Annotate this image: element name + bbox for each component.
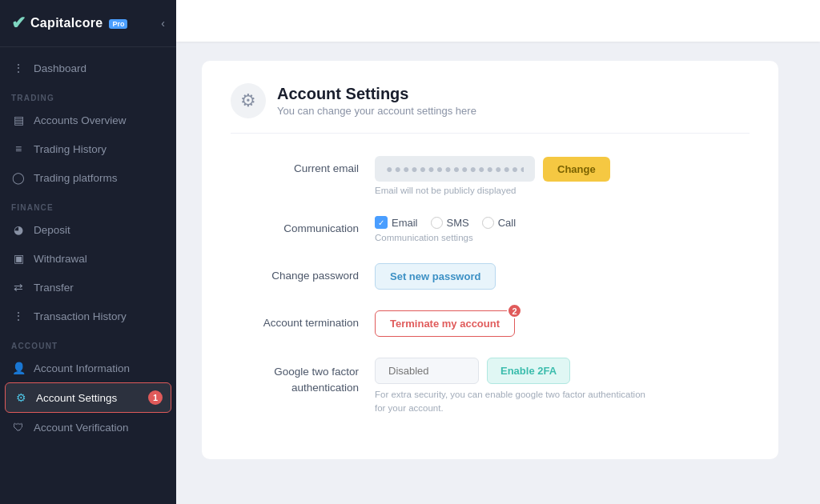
email-checkbox[interactable]: ✓	[375, 216, 388, 229]
sidebar-item-label: Account Information	[34, 362, 130, 374]
email-row: Current email Change Email will not be p…	[231, 156, 750, 195]
sidebar-item-dashboard[interactable]: ⋮ Dashboard	[0, 54, 176, 82]
sidebar-item-trading-history[interactable]: ≡ Trading History	[0, 134, 176, 163]
collapse-sidebar-button[interactable]: ‹	[161, 17, 165, 30]
logo-pro-badge: Pro	[109, 19, 127, 29]
settings-gear-icon: ⚙	[231, 83, 266, 118]
terminate-account-button[interactable]: Terminate my account	[375, 310, 515, 337]
comm-option-sms[interactable]: SMS	[431, 217, 469, 229]
communication-label: Communication	[231, 216, 359, 234]
twofa-input-row: Enable 2FA	[375, 358, 750, 384]
transfer-icon: ⇄	[11, 281, 26, 294]
set-new-password-button[interactable]: Set new password	[375, 263, 496, 290]
sidebar-item-withdrawal[interactable]: ▣ Withdrawal	[0, 244, 176, 273]
email-input[interactable]	[375, 156, 535, 182]
sidebar-item-label: Accounts Overview	[34, 114, 127, 126]
email-hint: Email will not be publicly displayed	[375, 186, 750, 195]
sidebar-header: ✔ Capitalcore Pro ‹	[0, 0, 176, 47]
communication-control: ✓ Email SMS Call Communication settings	[375, 216, 750, 242]
sms-radio[interactable]	[431, 217, 443, 229]
communication-row: Communication ✓ Email SMS Cal	[231, 216, 750, 242]
sidebar-item-account-settings[interactable]: ⚙ Account Settings 1	[5, 382, 171, 413]
sidebar: ✔ Capitalcore Pro ‹ ⋮ Dashboard TRADING …	[0, 0, 176, 504]
withdrawal-icon: ▣	[11, 252, 26, 265]
sidebar-item-label: Transfer	[34, 282, 74, 294]
sidebar-item-label: Trading platforms	[34, 172, 118, 184]
nav-section-finance: FINANCE	[0, 192, 176, 215]
logo-text: Capitalcore	[30, 16, 102, 30]
content-area: ⚙ Account Settings You can change your a…	[176, 42, 820, 504]
communication-hint: Communication settings	[375, 233, 750, 242]
sidebar-nav: ⋮ Dashboard TRADING ▤ Accounts Overview …	[0, 47, 176, 504]
twofa-row: Google two factor authentication Enable …	[231, 358, 750, 416]
account-information-icon: 👤	[11, 362, 26, 374]
twofa-label: Google two factor authentication	[231, 358, 359, 397]
termination-control: Terminate my account 2	[375, 310, 750, 337]
sidebar-item-account-information[interactable]: 👤 Account Information	[0, 354, 176, 382]
sidebar-item-label: Dashboard	[34, 62, 86, 74]
comm-email-label: Email	[392, 217, 418, 229]
topbar	[176, 0, 820, 42]
comm-sms-label: SMS	[447, 217, 469, 229]
twofa-control: Enable 2FA For extra security, you can e…	[375, 358, 750, 416]
accounts-overview-icon: ▤	[11, 114, 26, 126]
sidebar-item-label: Transaction History	[34, 310, 127, 322]
comm-option-email[interactable]: ✓ Email	[375, 216, 418, 229]
main-content: ⚙ Account Settings You can change your a…	[176, 0, 820, 504]
termination-label: Account termination	[231, 310, 359, 329]
twofa-hint: For extra security, you can enable googl…	[375, 388, 647, 416]
call-radio[interactable]	[482, 217, 494, 229]
card-title: Account Settings	[277, 85, 476, 103]
logo-area: ✔ Capitalcore Pro	[11, 13, 127, 34]
account-verification-icon: 🛡	[11, 421, 26, 434]
nav-section-account: ACCOUNT	[0, 330, 176, 354]
password-label: Change password	[231, 263, 359, 282]
nav-section-trading: TRADING	[0, 82, 176, 106]
trading-platforms-icon: ◯	[11, 171, 26, 184]
password-control: Set new password	[375, 263, 750, 290]
settings-card: ⚙ Account Settings You can change your a…	[202, 61, 778, 459]
termination-row: Account termination Terminate my account…	[231, 310, 750, 337]
twofa-input[interactable]	[375, 358, 479, 384]
card-subtitle: You can change your account settings her…	[277, 105, 476, 117]
logo-icon: ✔	[11, 13, 26, 34]
deposit-icon: ◕	[11, 223, 26, 236]
terminate-wrap: Terminate my account 2	[375, 310, 515, 337]
terminate-step-badge: 2	[507, 303, 522, 318]
card-header: ⚙ Account Settings You can change your a…	[231, 83, 750, 134]
sidebar-item-accounts-overview[interactable]: ▤ Accounts Overview	[0, 106, 176, 134]
comm-option-call[interactable]: Call	[482, 217, 516, 229]
sidebar-item-label: Account Verification	[34, 422, 129, 434]
sidebar-item-transaction-history[interactable]: ⋮ Transaction History	[0, 302, 176, 330]
email-control: Change Email will not be publicly displa…	[375, 156, 750, 195]
sidebar-item-label: Deposit	[34, 224, 70, 236]
sidebar-item-label: Account Settings	[36, 392, 117, 404]
account-settings-icon: ⚙	[14, 391, 28, 404]
email-label: Current email	[231, 156, 359, 174]
comm-call-label: Call	[498, 217, 516, 229]
sidebar-item-account-settings-wrap: ⚙ Account Settings 1	[0, 382, 176, 413]
change-email-button[interactable]: Change	[543, 157, 610, 182]
sidebar-item-label: Withdrawal	[34, 253, 87, 265]
sidebar-item-label: Trading History	[34, 143, 107, 155]
sidebar-item-account-verification[interactable]: 🛡 Account Verification	[0, 413, 176, 442]
comm-options-row: ✓ Email SMS Call	[375, 216, 750, 229]
card-header-text: Account Settings You can change your acc…	[277, 85, 476, 117]
sidebar-item-trading-platforms[interactable]: ◯ Trading platforms	[0, 163, 176, 192]
transaction-history-icon: ⋮	[11, 310, 26, 322]
enable-2fa-button[interactable]: Enable 2FA	[487, 358, 570, 384]
email-input-row: Change	[375, 156, 750, 182]
sidebar-item-transfer[interactable]: ⇄ Transfer	[0, 273, 176, 302]
trading-history-icon: ≡	[11, 142, 26, 155]
sidebar-item-deposit[interactable]: ◕ Deposit	[0, 215, 176, 244]
password-row: Change password Set new password	[231, 263, 750, 290]
account-settings-badge: 1	[148, 390, 163, 405]
dashboard-icon: ⋮	[11, 62, 26, 74]
